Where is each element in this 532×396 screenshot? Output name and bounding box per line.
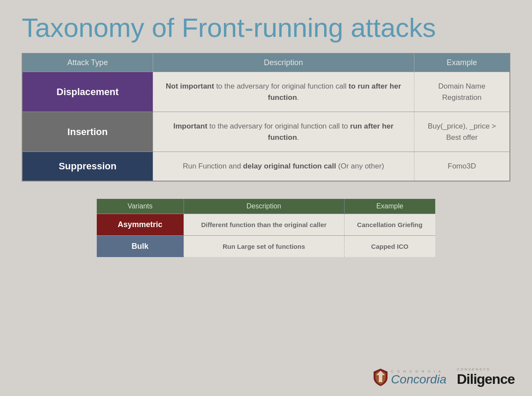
attack-example-displacement: Domain Name Registration bbox=[414, 72, 510, 112]
variant-example-asymmetric: Cancellation Griefing bbox=[344, 214, 435, 236]
concordia-name: Concordia bbox=[391, 373, 447, 386]
variants-wrapper: Variants Description Example Asymmetric … bbox=[22, 199, 510, 257]
variant-example-bulk: Capped ICO bbox=[344, 236, 435, 257]
var-col-header-desc: Description bbox=[184, 199, 344, 214]
main-table: Attack Type Description Example Displace… bbox=[22, 53, 510, 182]
table-row: Insertion Important to the adversary for… bbox=[22, 112, 510, 152]
main-col-header-example: Example bbox=[414, 53, 510, 72]
variant-desc-bulk: Run Large set of functions bbox=[184, 236, 344, 257]
table-row: Displacement Not important to the advers… bbox=[22, 72, 510, 112]
variant-desc-asymmetric: Different function than the original cal… bbox=[184, 214, 344, 236]
attack-type-insertion: Insertion bbox=[22, 112, 153, 152]
variant-type-bulk: Bulk bbox=[97, 236, 184, 257]
variant-type-asymmetric: Asymmetric bbox=[97, 214, 184, 236]
page-content: Taxonomy of Front-running attacks Attack… bbox=[0, 0, 532, 266]
table-row: Suppression Run Function and delay origi… bbox=[22, 152, 510, 182]
main-col-header-desc: Description bbox=[153, 53, 414, 72]
branding-area: C O N C O R D I A Concordia CONSENSYS Di… bbox=[373, 367, 515, 387]
page-title: Taxonomy of Front-running attacks bbox=[22, 13, 510, 43]
var-col-header-variants: Variants bbox=[97, 199, 184, 214]
attack-type-suppression: Suppression bbox=[22, 152, 153, 182]
main-col-header-type: Attack Type bbox=[22, 53, 153, 72]
diligence-top-text: CONSENSYS bbox=[457, 367, 490, 371]
attack-desc-insertion: Important to the adversary for original … bbox=[153, 112, 414, 152]
var-col-header-example: Example bbox=[344, 199, 435, 214]
diligence-name: Diligence bbox=[457, 371, 515, 387]
attack-desc-suppression: Run Function and delay original function… bbox=[153, 152, 414, 182]
table-row: Bulk Run Large set of functions Capped I… bbox=[97, 236, 435, 257]
attack-type-displacement: Displacement bbox=[22, 72, 153, 112]
concordia-logo: C O N C O R D I A Concordia bbox=[373, 368, 447, 386]
attack-desc-displacement: Not important to the adversary for origi… bbox=[153, 72, 414, 112]
diligence-logo: CONSENSYS Diligence bbox=[457, 367, 515, 387]
variants-table: Variants Description Example Asymmetric … bbox=[97, 199, 435, 257]
table-row: Asymmetric Different function than the o… bbox=[97, 214, 435, 236]
concordia-shield-icon bbox=[373, 368, 388, 386]
attack-example-suppression: Fomo3D bbox=[414, 152, 510, 182]
concordia-text: C O N C O R D I A Concordia bbox=[391, 370, 447, 386]
attack-example-insertion: Buy(_price), _price > Best offer bbox=[414, 112, 510, 152]
